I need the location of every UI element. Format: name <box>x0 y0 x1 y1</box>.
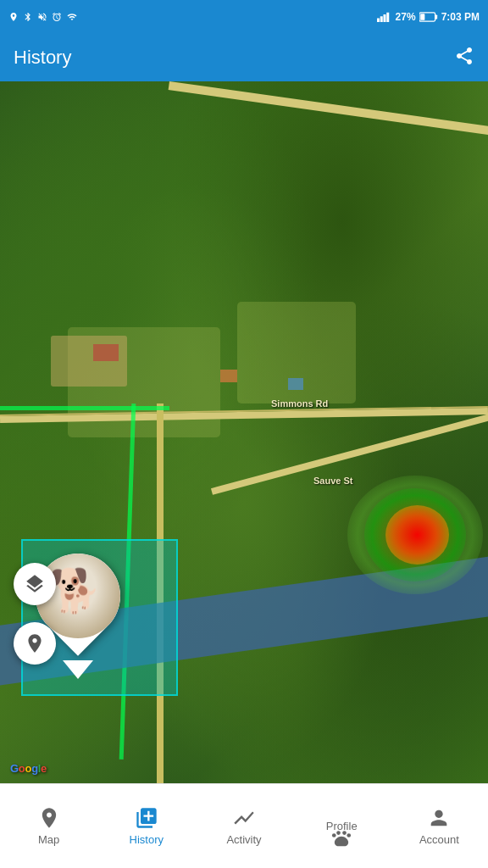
share-icon <box>454 46 474 66</box>
svg-rect-2 <box>383 14 385 22</box>
gravel-area <box>51 336 127 387</box>
nav-label-activity: Activity <box>226 833 261 846</box>
nav-item-profile[interactable]: Profile <box>293 813 391 839</box>
alarm-status-icon <box>52 12 62 22</box>
nav-label-account: Account <box>419 833 459 846</box>
svg-point-7 <box>332 833 336 837</box>
building-1 <box>93 344 119 361</box>
heatmap-overlay <box>364 488 466 581</box>
nav-label-history: History <box>130 833 164 846</box>
app-bar: History <box>0 34 488 81</box>
building-3 <box>288 378 303 390</box>
history-nav-icon <box>135 806 158 830</box>
nav-item-history[interactable]: History <box>97 799 195 853</box>
svg-rect-0 <box>377 19 380 23</box>
svg-rect-1 <box>380 16 382 22</box>
layers-icon <box>24 573 46 595</box>
battery-icon <box>419 12 438 22</box>
time-display: 7:03 PM <box>441 11 480 23</box>
google-watermark: Google <box>10 762 47 775</box>
nav-label-map: Map <box>38 833 59 846</box>
building-2 <box>220 370 237 382</box>
account-nav-icon <box>427 806 451 830</box>
layers-button[interactable] <box>14 563 56 605</box>
status-bar: 27% 7:03 PM <box>0 0 488 34</box>
svg-rect-6 <box>420 14 424 20</box>
svg-point-9 <box>342 831 347 835</box>
page-title: History <box>14 47 71 69</box>
pin-tip <box>63 660 93 679</box>
nav-item-activity[interactable]: Activity <box>195 799 292 853</box>
nav-item-account[interactable]: Account <box>391 799 488 853</box>
simmons-rd-label: Simmons Rd <box>271 398 328 409</box>
svg-point-8 <box>336 831 341 835</box>
location-status-icon <box>8 12 19 22</box>
map-nav-icon <box>37 806 61 830</box>
bottom-navigation: Map History Activity Profile <box>0 783 488 868</box>
heatmap-inner <box>385 505 449 565</box>
svg-point-10 <box>347 833 352 837</box>
nav-item-map[interactable]: Map <box>0 799 97 853</box>
status-bar-icons <box>8 12 78 22</box>
battery-text: 27% <box>396 11 416 23</box>
my-location-button[interactable] <box>14 622 56 665</box>
map-area[interactable]: Simmons Rd Sauve St Google <box>0 81 488 783</box>
share-button[interactable] <box>454 46 474 70</box>
wifi-status-icon <box>66 12 78 22</box>
sauve-st-label: Sauve St <box>313 476 352 486</box>
activity-nav-icon <box>232 806 256 830</box>
trail-horizontal <box>0 406 169 410</box>
bluetooth-status-icon <box>23 12 33 22</box>
paw-icon <box>330 826 353 850</box>
svg-rect-5 <box>435 14 437 19</box>
mute-status-icon <box>37 12 47 22</box>
signal-icon <box>377 12 392 22</box>
svg-rect-3 <box>386 13 389 22</box>
pet-pin-container[interactable] <box>21 539 178 696</box>
status-bar-right: 27% 7:03 PM <box>377 11 480 23</box>
marker-icon <box>24 632 46 654</box>
